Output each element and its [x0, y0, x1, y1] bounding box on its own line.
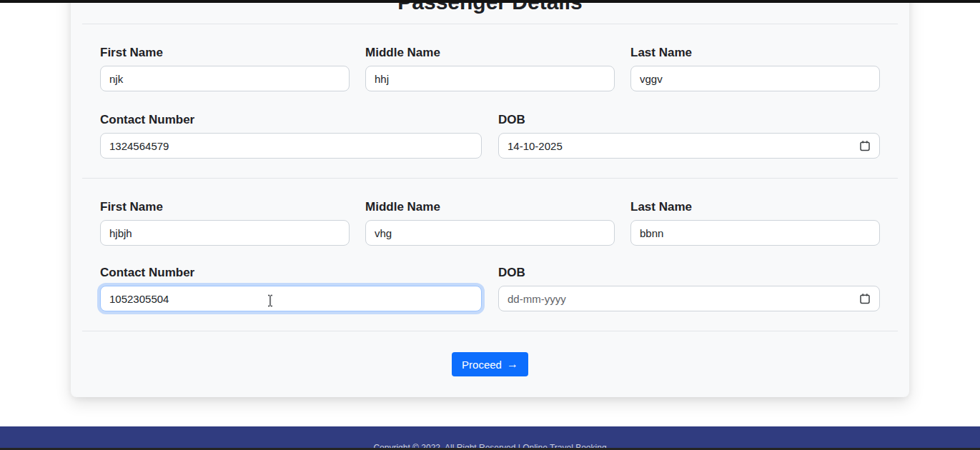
last-name-field-group: Last Name — [630, 46, 880, 91]
calendar-icon[interactable] — [859, 293, 871, 304]
copyright-text: Copyright © 2022. All Right Reserved | O… — [0, 426, 980, 450]
divider — [82, 331, 898, 331]
middle-name-label: Middle Name — [365, 200, 615, 214]
passenger-1-section: First Name Middle Name Last Name Contact… — [71, 46, 909, 159]
button-row: Proceed → — [71, 352, 909, 397]
dob-label: DOB — [498, 113, 880, 127]
middle-name-field-group: Middle Name — [365, 200, 615, 246]
calendar-icon[interactable] — [859, 140, 871, 151]
proceed-button-label: Proceed — [462, 359, 502, 371]
contact-number-label: Contact Number — [100, 113, 482, 127]
divider — [82, 178, 898, 179]
last-name-label: Last Name — [630, 46, 880, 60]
dob-input[interactable] — [498, 133, 880, 159]
middle-name-input[interactable] — [365, 220, 615, 246]
dob-input[interactable] — [498, 286, 880, 311]
first-name-field-group: First Name — [100, 46, 350, 91]
page-title: Passenger Details — [71, 0, 909, 19]
contact-number-input[interactable] — [100, 133, 482, 159]
contact-number-field-group: Contact Number — [100, 266, 482, 311]
passenger-details-card: Passenger Details First Name Middle Name… — [71, 0, 909, 397]
first-name-label: First Name — [100, 200, 350, 214]
page-footer: Copyright © 2022. All Right Reserved | O… — [0, 426, 980, 450]
contact-number-label: Contact Number — [100, 266, 482, 280]
contact-number-field-group: Contact Number — [100, 113, 482, 159]
middle-name-label: Middle Name — [365, 46, 615, 60]
last-name-input[interactable] — [630, 220, 880, 246]
first-name-input[interactable] — [100, 66, 350, 91]
middle-name-input[interactable] — [365, 66, 615, 91]
proceed-button[interactable]: Proceed → — [452, 352, 528, 376]
dob-field-group: DOB — [498, 113, 880, 159]
divider — [82, 24, 898, 24]
arrow-right-icon: → — [507, 359, 518, 370]
last-name-field-group: Last Name — [630, 200, 880, 246]
dob-label: DOB — [498, 266, 880, 280]
first-name-input[interactable] — [100, 220, 350, 246]
middle-name-field-group: Middle Name — [365, 46, 615, 91]
dob-field-group: DOB — [498, 266, 880, 311]
last-name-label: Last Name — [630, 200, 880, 214]
first-name-field-group: First Name — [100, 200, 350, 246]
passenger-2-section: First Name Middle Name Last Name Contact… — [71, 200, 909, 311]
last-name-input[interactable] — [630, 66, 880, 91]
window-top-edge — [0, 0, 980, 3]
first-name-label: First Name — [100, 46, 350, 60]
contact-number-input-focused[interactable] — [100, 286, 482, 311]
